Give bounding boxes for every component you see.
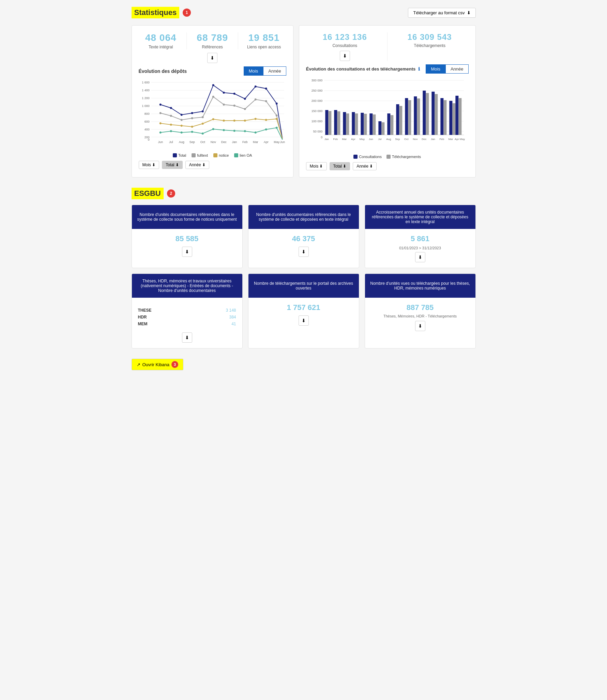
line-chart-toggle-annee[interactable]: Année — [263, 66, 286, 76]
esgbu-card-6-header: Nombre d'unités vues ou téléchargées pou… — [365, 274, 475, 298]
table-cell-value: 384 — [194, 314, 236, 320]
esgbu-card-4-download[interactable]: ⬇ — [137, 332, 237, 343]
esgbu-card-1-download-button[interactable]: ⬇ — [182, 247, 192, 257]
svg-rect-104 — [378, 121, 381, 135]
svg-point-40 — [275, 114, 277, 116]
esgbu-card-5-body: 1 757 621 ⬇ — [248, 298, 359, 331]
esgbu-card-4-download-button[interactable]: ⬇ — [182, 332, 192, 343]
stats-row-left: 48 064 Texte intégral 68 789 Références … — [139, 32, 286, 49]
bar-chart-mois-button[interactable]: Mois ⬇ — [306, 162, 327, 170]
bar-chart-total-button[interactable]: Total ⬇ — [330, 162, 350, 170]
svg-rect-103 — [373, 114, 376, 135]
open-kibana-button[interactable]: ↗ Ouvrir Kibana 3 — [132, 359, 183, 370]
line-chart-mois-button[interactable]: Mois ⬇ — [139, 161, 160, 169]
svg-rect-110 — [405, 98, 408, 135]
stats-left-download-button[interactable]: ⬇ — [207, 53, 217, 63]
svg-point-64 — [275, 127, 277, 129]
svg-point-60 — [233, 130, 235, 132]
svg-point-45 — [201, 123, 203, 125]
esgbu-card-6-download-button[interactable]: ⬇ — [415, 321, 425, 331]
bar-chart-toggle-mois[interactable]: Mois — [426, 64, 445, 74]
line-chart-section: Évolution des dépôts Mois Année — [139, 66, 286, 169]
svg-text:1 400: 1 400 — [142, 89, 150, 92]
svg-point-55 — [180, 131, 182, 134]
download-csv-button[interactable]: Télécharger au format csv ⬇ — [408, 8, 475, 18]
bar-chart-annee-button[interactable]: Année ⬇ — [353, 162, 377, 170]
svg-rect-96 — [343, 112, 346, 135]
bar-chart-buttons: Mois ⬇ Total ⬇ Année ⬇ — [306, 162, 469, 170]
esgbu-card-6: Nombre d'unités vues ou téléchargées pou… — [365, 274, 476, 348]
esgbu-card-3-download-button[interactable]: ⬇ — [415, 252, 425, 262]
stat-consultations-label: Consultations — [306, 43, 384, 48]
consultations-download-button[interactable]: ⬇ — [340, 51, 350, 61]
esgbu-card-5-header: Nombre de téléchargements sur le portail… — [248, 274, 359, 298]
stat-liens-oa-number: 19 851 — [242, 32, 286, 43]
svg-point-27 — [265, 88, 267, 90]
esgbu-card-2: Nombre d'unités documentaires référencée… — [248, 205, 359, 268]
legend-telechargements: Téléchargements — [386, 155, 421, 159]
esgbu-card-5-download-button[interactable]: ⬇ — [299, 315, 309, 326]
svg-text:May: May — [360, 138, 365, 141]
svg-point-63 — [265, 128, 267, 130]
svg-point-61 — [244, 130, 246, 132]
svg-point-57 — [201, 133, 203, 135]
bar-chart-section: Évolution des consultations et des téléc… — [306, 64, 469, 170]
stat-consultations: 16 123 136 Consultations ⬇ — [306, 32, 384, 61]
esgbu-card-2-header: Nombre d'unités documentaires référencée… — [248, 205, 359, 229]
esgbu-card-2-number: 46 375 — [254, 234, 353, 243]
esgbu-card-1-download[interactable]: ⬇ — [137, 247, 237, 257]
svg-text:Apr: Apr — [455, 138, 459, 141]
table-cell-label: MEM — [138, 321, 194, 327]
stats-left-download[interactable]: ⬇ — [139, 53, 286, 63]
svg-point-17 — [159, 104, 161, 106]
svg-rect-106 — [387, 113, 390, 135]
stat-telechargements: 16 309 543 Téléchargements — [391, 32, 469, 48]
svg-text:May: May — [274, 140, 280, 144]
svg-text:Jan: Jan — [232, 140, 237, 144]
esgbu-card-2-body: 46 375 ⬇ — [248, 229, 359, 262]
legend-total: Total — [173, 153, 186, 157]
svg-point-59 — [223, 129, 225, 131]
svg-text:0: 0 — [148, 138, 149, 141]
line-chart-toggle-mois[interactable]: Mois — [244, 66, 263, 76]
svg-point-18 — [170, 107, 172, 109]
bar-chart-svg: 300 000 250 000 200 000 150 000 100 000 … — [306, 77, 469, 145]
kibana-link-icon: ↗ — [137, 362, 140, 367]
stat-texte-integral-number: 48 064 — [139, 32, 183, 43]
line-chart-total-button[interactable]: Total ⬇ — [162, 161, 183, 169]
stat-texte-integral-label: Texte intégral — [139, 45, 183, 49]
line-chart-toggle: Mois Année — [244, 66, 286, 76]
esgbu-card-4-body: THESE 3 148 HDR 384 MEM 41 ⬇ — [132, 298, 242, 348]
line-chart-title: Évolution des dépôts — [139, 68, 187, 74]
esgbu-card-2-download-button[interactable]: ⬇ — [299, 247, 309, 257]
esgbu-title: ESGBU — [132, 188, 164, 199]
svg-rect-117 — [435, 94, 438, 135]
svg-text:0: 0 — [321, 136, 322, 139]
page-title: Statistiques — [132, 7, 180, 18]
svg-point-58 — [212, 128, 214, 130]
top-header: Statistiques 1 Télécharger au format csv… — [132, 7, 476, 18]
kibana-label: Ouvrir Kibana — [142, 362, 169, 367]
svg-point-21 — [201, 110, 203, 112]
svg-text:Nov: Nov — [210, 140, 216, 144]
svg-point-46 — [212, 118, 214, 120]
svg-text:Apr: Apr — [263, 140, 268, 144]
svg-rect-95 — [337, 111, 340, 135]
svg-rect-108 — [396, 104, 399, 135]
svg-text:Mar: Mar — [448, 138, 453, 141]
svg-rect-97 — [346, 113, 349, 135]
table-cell-value: 41 — [194, 321, 236, 327]
line-chart-annee-button[interactable]: Année ⬇ — [185, 161, 209, 169]
svg-point-24 — [233, 93, 235, 95]
svg-rect-112 — [414, 96, 417, 135]
esgbu-card-2-download[interactable]: ⬇ — [254, 247, 353, 257]
svg-point-53 — [159, 131, 161, 134]
esgbu-card-6-download[interactable]: ⬇ — [370, 321, 470, 331]
esgbu-section-header: ESGBU 2 — [132, 188, 476, 199]
esgbu-card-5-download[interactable]: ⬇ — [254, 315, 353, 326]
svg-rect-107 — [390, 115, 393, 135]
consultations-download[interactable]: ⬇ — [306, 51, 384, 61]
svg-text:Aug: Aug — [179, 140, 184, 144]
esgbu-card-3-download[interactable]: ⬇ — [370, 252, 470, 262]
bar-chart-toggle-annee[interactable]: Année — [445, 64, 469, 74]
